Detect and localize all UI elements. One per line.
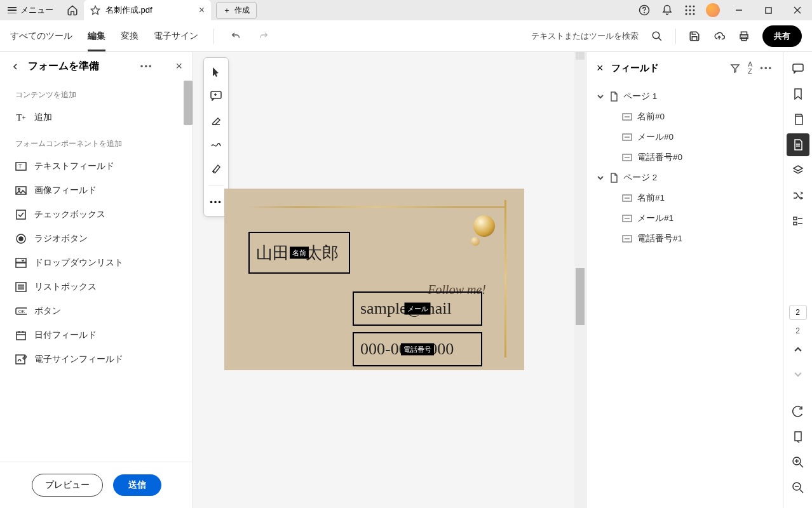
rotate-icon	[792, 406, 804, 417]
tree-field-name1[interactable]: 名前#1	[592, 188, 778, 208]
maximize-button[interactable]	[754, 0, 783, 20]
more-icon[interactable]: •••	[140, 62, 153, 71]
cursor-icon	[212, 67, 220, 77]
left-scrollbar[interactable]	[184, 81, 193, 125]
send-button[interactable]: 送信	[113, 474, 161, 496]
fields-title: フィールド	[611, 62, 722, 74]
svg-rect-62	[794, 217, 797, 220]
field-icon	[622, 235, 632, 243]
notification-button[interactable]	[656, 0, 679, 20]
cloud-button[interactable]	[713, 30, 726, 42]
draw-tool[interactable]	[206, 134, 226, 154]
comp-image-field[interactable]: 画像フィールド	[5, 178, 187, 203]
qt-zoom-in[interactable]	[787, 451, 809, 474]
svg-rect-25	[17, 210, 25, 219]
comp-dropdown[interactable]: ドロップダウンリスト	[5, 251, 187, 275]
tree-field-phone0[interactable]: 電話番号#0	[592, 147, 778, 168]
tab-convert[interactable]: 変換	[121, 22, 139, 51]
tab-all-tools[interactable]: すべてのツール	[10, 22, 72, 51]
comp-listbox[interactable]: リストボックス	[5, 275, 187, 299]
more-tools[interactable]: •••	[206, 192, 226, 212]
undo-button[interactable]	[229, 31, 242, 41]
help-button[interactable]	[633, 0, 656, 20]
share-button[interactable]: 共有	[762, 25, 802, 47]
svg-point-45	[213, 171, 214, 172]
print-icon	[738, 30, 750, 42]
minimize-button[interactable]	[724, 0, 754, 20]
svg-line-17	[658, 37, 661, 41]
comp-checkbox[interactable]: チェックボックス	[5, 203, 187, 227]
close-panel-icon[interactable]: ×	[175, 60, 182, 73]
redo-button[interactable]	[257, 31, 270, 41]
comment-tool[interactable]	[206, 86, 226, 106]
tree-field-name0[interactable]: 名前#0	[592, 107, 778, 127]
back-icon[interactable]	[10, 62, 20, 72]
tab-edit[interactable]: 編集	[88, 22, 105, 51]
close-tab-icon[interactable]: ×	[199, 4, 205, 16]
close-fields-icon[interactable]: ×	[597, 62, 604, 75]
canvas[interactable]: ••• Follow me! 山田 太郎 名前 sample@mail メール …	[193, 52, 586, 508]
page-down[interactable]	[787, 363, 809, 386]
create-button[interactable]: ＋ 作成	[216, 2, 257, 19]
page-up[interactable]	[787, 338, 809, 361]
page-current[interactable]: 2	[789, 305, 807, 320]
menu-label: メニュー	[20, 4, 53, 16]
more-icon[interactable]: •••	[760, 64, 773, 73]
tab-esign[interactable]: 電子サイン	[154, 22, 198, 51]
tree-page-1[interactable]: ページ 1	[592, 86, 778, 107]
apps-button[interactable]	[679, 0, 701, 20]
home-button[interactable]	[61, 0, 84, 20]
qt-rotate[interactable]	[787, 400, 809, 423]
form-field-name[interactable]: 山田 太郎 名前	[248, 232, 350, 274]
svg-point-3	[686, 6, 687, 8]
form-field-mail[interactable]: sample@mail メール	[353, 291, 482, 326]
highlight-icon	[211, 115, 221, 125]
svg-point-8	[693, 10, 695, 11]
sign-tool[interactable]	[206, 158, 226, 178]
highlight-tool[interactable]	[206, 110, 226, 130]
comp-radio[interactable]: ラジオボタン	[5, 227, 187, 251]
comp-button[interactable]: OKボタン	[5, 299, 187, 323]
document-tab[interactable]: 名刺作成.pdf ×	[84, 0, 211, 20]
qt-fields[interactable]	[787, 133, 809, 156]
close-button[interactable]	[783, 0, 812, 20]
svg-point-16	[653, 32, 660, 39]
save-icon	[689, 30, 700, 42]
field-label-mail: メール	[405, 303, 431, 315]
qt-bookmark[interactable]	[787, 83, 809, 105]
sort-button[interactable]: AZ	[748, 61, 752, 75]
qt-copy[interactable]	[787, 108, 809, 131]
qt-page-fit[interactable]	[787, 425, 809, 448]
qt-layers[interactable]	[787, 159, 809, 182]
comp-esign[interactable]: 電子サインフィールド	[5, 347, 187, 371]
zoom-out-icon	[792, 482, 804, 493]
form-field-phone[interactable]: 000-0000-000 電話番号	[353, 332, 482, 366]
hamburger-icon	[8, 7, 17, 13]
tree-page-2[interactable]: ページ 2	[592, 168, 778, 188]
comp-text-field[interactable]: Tテキストフィールド	[5, 154, 187, 178]
add-text-item[interactable]: T+ 追加	[5, 105, 187, 130]
qt-outline[interactable]	[787, 210, 809, 232]
account-button[interactable]	[701, 0, 724, 20]
qt-comment[interactable]	[787, 57, 809, 80]
qt-shuffle[interactable]	[787, 184, 809, 207]
close-icon	[794, 6, 801, 14]
save-button[interactable]	[689, 30, 700, 42]
canvas-scrollbar[interactable]	[574, 52, 586, 508]
menu-button[interactable]: メニュー	[0, 0, 61, 20]
tree-field-mail0[interactable]: メール#0	[592, 127, 778, 147]
tree-field-mail1[interactable]: メール#1	[592, 208, 778, 229]
svg-point-4	[689, 6, 691, 8]
qt-zoom-out[interactable]	[787, 476, 809, 499]
print-button[interactable]	[738, 30, 750, 42]
comp-date[interactable]: 日付フィールド	[5, 323, 187, 347]
preview-button[interactable]: プレビュー	[32, 474, 103, 497]
add-text-icon: T+	[15, 112, 27, 123]
toolbar-separator	[208, 185, 224, 185]
search-button[interactable]	[651, 30, 663, 42]
filter-button[interactable]	[730, 63, 740, 73]
page-icon	[794, 139, 802, 150]
svg-text:OK: OK	[18, 309, 25, 314]
tree-field-phone1[interactable]: 電話番号#1	[592, 229, 778, 249]
select-tool[interactable]	[206, 62, 226, 82]
